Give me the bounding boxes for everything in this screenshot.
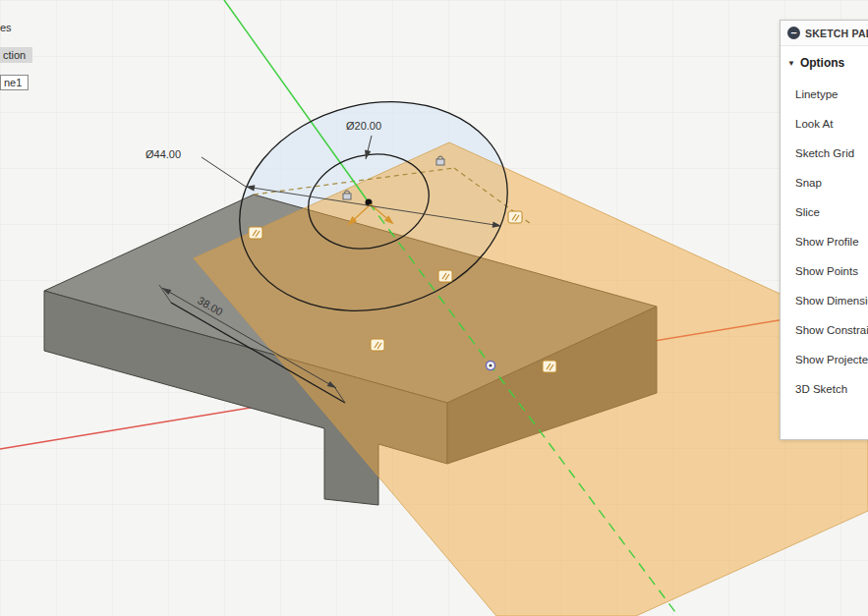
- browser-item-fragment[interactable]: es: [0, 22, 12, 33]
- parallel-constraint-icon[interactable]: [438, 270, 452, 282]
- parallel-constraint-icon[interactable]: [371, 339, 384, 351]
- palette-item-show-profile[interactable]: Show Profile: [781, 227, 868, 256]
- browser-item-fragment-boxed[interactable]: ne1: [0, 75, 29, 90]
- palette-item-show-projected[interactable]: Show Projected: [781, 345, 868, 374]
- palette-item-look-at[interactable]: Look At: [781, 109, 868, 139]
- dimension-circle-large-text[interactable]: Ø44.00: [145, 148, 181, 160]
- palette-section-label: Options: [800, 56, 844, 70]
- palette-item-show-points[interactable]: Show Points: [781, 256, 868, 286]
- fusion-canvas[interactable]: 38.00 Ø44.00 Ø20.00: [0, 0, 868, 616]
- palette-item-linetype[interactable]: Linetype: [781, 80, 868, 109]
- palette-title: SKETCH PAL: [805, 28, 868, 39]
- palette-minimize-icon[interactable]: –: [787, 27, 800, 39]
- sketch-palette[interactable]: – SKETCH PAL ▼ Options Linetype Look At …: [780, 20, 868, 440]
- palette-item-sketch-grid[interactable]: Sketch Grid: [781, 139, 868, 168]
- parallel-constraint-icon[interactable]: [543, 361, 556, 372]
- browser-item-fragment-highlighted[interactable]: ction: [0, 47, 32, 63]
- dimension-circle-small-text[interactable]: Ø20.00: [346, 120, 381, 132]
- palette-item-3d-sketch[interactable]: 3D Sketch: [781, 374, 868, 404]
- parallel-constraint-icon[interactable]: [508, 211, 522, 223]
- palette-item-slice[interactable]: Slice: [781, 197, 868, 227]
- sketch-palette-header: – SKETCH PAL: [781, 21, 868, 46]
- palette-item-show-constraints[interactable]: Show Constrain: [781, 315, 868, 345]
- viewport-canvas[interactable]: 38.00 Ø44.00 Ø20.00: [0, 0, 868, 616]
- collapse-arrow-icon: ▼: [787, 59, 795, 68]
- palette-item-snap[interactable]: Snap: [781, 168, 868, 197]
- parallel-constraint-icon[interactable]: [249, 227, 262, 239]
- palette-item-show-dimensions[interactable]: Show Dimensio: [781, 286, 868, 315]
- palette-section-options[interactable]: ▼ Options: [781, 46, 868, 80]
- sketch-point[interactable]: [487, 362, 495, 370]
